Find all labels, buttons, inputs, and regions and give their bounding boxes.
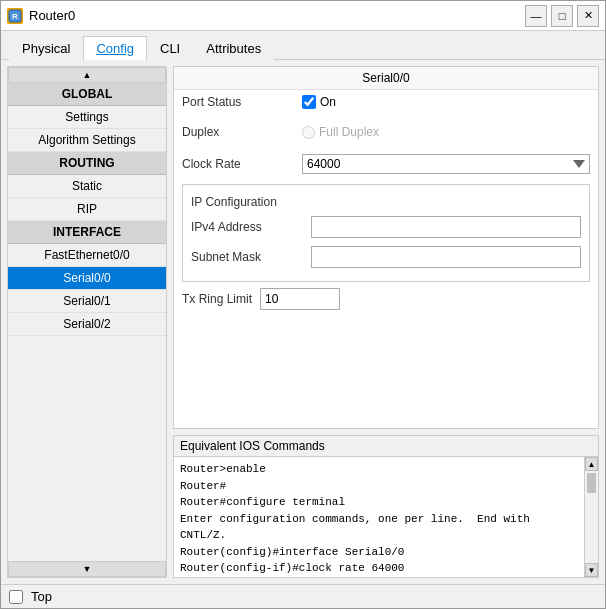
port-status-checkbox-label: On: [302, 95, 336, 109]
ios-scroll-track: [585, 471, 598, 563]
sidebar-item-serial0-1[interactable]: Serial0/1: [8, 290, 166, 313]
ios-line-1: Router>enable: [180, 461, 578, 478]
subnet-value: [311, 246, 581, 268]
sidebar-scroll-up[interactable]: ▲: [8, 67, 166, 83]
ios-line-3: Router#configure terminal: [180, 494, 578, 511]
top-checkbox[interactable]: [9, 590, 23, 604]
ios-section: Equivalent IOS Commands Router>enable Ro…: [173, 435, 599, 578]
ipv4-label: IPv4 Address: [191, 220, 311, 234]
ios-scroll-up-btn[interactable]: ▲: [585, 457, 598, 471]
tab-cli[interactable]: CLI: [147, 36, 193, 60]
clock-rate-label: Clock Rate: [182, 157, 302, 171]
ios-line-6: Router(config-if)#clock rate 64000: [180, 560, 578, 577]
window-title: Router0: [29, 8, 525, 23]
global-header: GLOBAL: [8, 83, 166, 106]
sidebar-item-serial0-0[interactable]: Serial0/0: [8, 267, 166, 290]
clock-rate-row: Clock Rate 64000 128000 256000 512000 10…: [174, 150, 598, 178]
top-label: Top: [31, 589, 52, 604]
ios-scrollbar-area: Router>enable Router# Router#configure t…: [174, 457, 598, 577]
ios-title: Equivalent IOS Commands: [174, 436, 598, 457]
duplex-row: Duplex Full Duplex: [174, 120, 598, 144]
tab-config[interactable]: Config: [83, 36, 147, 60]
ios-line-2: Router#: [180, 478, 578, 495]
ios-scroll-down-btn[interactable]: ▼: [585, 563, 598, 577]
ip-config-group: IP Configuration IPv4 Address Subnet Mas…: [182, 184, 590, 282]
duplex-label: Duplex: [182, 125, 302, 139]
title-bar: R Router0 — □ ✕: [1, 1, 605, 31]
ios-line-5: Router(config)#interface Serial0/0: [180, 544, 578, 561]
duplex-text: Full Duplex: [319, 125, 379, 139]
interface-header: INTERFACE: [8, 221, 166, 244]
duplex-radio-label: Full Duplex: [302, 125, 379, 139]
ip-config-label: IP Configuration: [191, 191, 581, 211]
window-controls: — □ ✕: [525, 5, 599, 27]
sidebar-item-serial0-2[interactable]: Serial0/2: [8, 313, 166, 336]
sidebar-item-algorithm-settings[interactable]: Algorithm Settings: [8, 129, 166, 152]
port-status-row: Port Status On: [174, 90, 598, 114]
sidebar-item-fastethernet0-0[interactable]: FastEthernet0/0: [8, 244, 166, 267]
port-status-checkbox[interactable]: [302, 95, 316, 109]
content-area: ▲ GLOBAL Settings Algorithm Settings ROU…: [1, 60, 605, 584]
tx-ring-label: Tx Ring Limit: [182, 292, 252, 306]
subnet-row: Subnet Mask: [191, 245, 581, 269]
ios-scrollbar: ▲ ▼: [584, 457, 598, 577]
port-status-label: Port Status: [182, 95, 302, 109]
sidebar-item-settings[interactable]: Settings: [8, 106, 166, 129]
tx-ring-input[interactable]: [260, 288, 340, 310]
sidebar: ▲ GLOBAL Settings Algorithm Settings ROU…: [7, 66, 167, 578]
svg-text:R: R: [12, 12, 18, 21]
sidebar-item-rip[interactable]: RIP: [8, 198, 166, 221]
ios-line-4: Enter configuration commands, one per li…: [180, 511, 578, 544]
tx-ring-row: Tx Ring Limit: [182, 288, 590, 310]
duplex-radio[interactable]: [302, 126, 315, 139]
sidebar-inner: GLOBAL Settings Algorithm Settings ROUTI…: [8, 83, 166, 561]
port-status-value: On: [302, 95, 590, 109]
main-window: R Router0 — □ ✕ Physical Config CLI Attr…: [0, 0, 606, 609]
close-button[interactable]: ✕: [577, 5, 599, 27]
routing-header: ROUTING: [8, 152, 166, 175]
app-icon: R: [7, 8, 23, 24]
subnet-label: Subnet Mask: [191, 250, 311, 264]
ipv4-row: IPv4 Address: [191, 215, 581, 239]
config-area: Serial0/0 Port Status On Duplex: [173, 66, 599, 429]
ipv4-value: [311, 216, 581, 238]
config-title: Serial0/0: [174, 67, 598, 90]
maximize-button[interactable]: □: [551, 5, 573, 27]
clock-rate-value: 64000 128000 256000 512000 1024000 20480…: [302, 154, 590, 174]
clock-rate-dropdown[interactable]: 64000 128000 256000 512000 1024000 20480…: [302, 154, 590, 174]
bottom-bar: Top: [1, 584, 605, 608]
ios-terminal[interactable]: Router>enable Router# Router#configure t…: [174, 457, 584, 577]
ipv4-input[interactable]: [311, 216, 581, 238]
ios-scroll-thumb[interactable]: [587, 473, 596, 493]
sidebar-item-static[interactable]: Static: [8, 175, 166, 198]
ios-line-7: Router(config-if)#: [180, 577, 578, 578]
main-panel: Serial0/0 Port Status On Duplex: [173, 66, 599, 578]
tab-physical[interactable]: Physical: [9, 36, 83, 60]
duplex-value: Full Duplex: [302, 125, 590, 139]
subnet-input[interactable]: [311, 246, 581, 268]
minimize-button[interactable]: —: [525, 5, 547, 27]
port-status-on-label: On: [320, 95, 336, 109]
tab-attributes[interactable]: Attributes: [193, 36, 274, 60]
tab-bar: Physical Config CLI Attributes: [1, 31, 605, 60]
sidebar-scroll-down[interactable]: ▼: [8, 561, 166, 577]
